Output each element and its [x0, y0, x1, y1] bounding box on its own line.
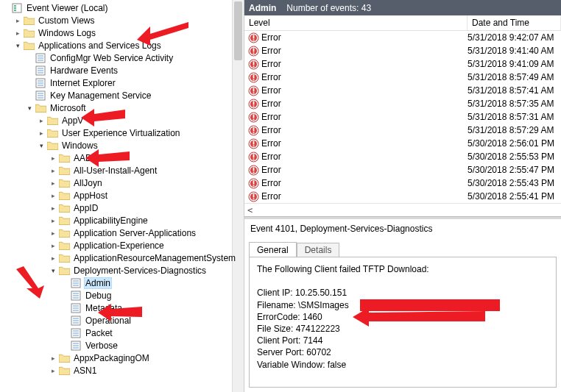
event-row[interactable]: Error5/31/2018 9:42:07 AM	[244, 31, 561, 44]
expand-icon[interactable]	[25, 53, 35, 63]
tree-folder-item[interactable]: Application-Experience	[1, 239, 244, 252]
event-row[interactable]: Error5/31/2018 9:41:40 AM	[244, 44, 561, 57]
expand-icon[interactable]	[49, 253, 58, 263]
expand-icon[interactable]	[49, 215, 58, 225]
tree-folder-item[interactable]: ASN1	[1, 364, 244, 377]
tab-general[interactable]: General	[249, 242, 297, 257]
expand-icon[interactable]	[60, 278, 70, 288]
detail-title: Event 4101, Deployment-Services-Diagnost…	[244, 219, 561, 238]
tree-windows-logs[interactable]: Windows Logs	[1, 26, 244, 39]
tree-label: User Experience Virtualization	[60, 128, 182, 138]
expand-icon[interactable]	[49, 266, 58, 275]
event-row[interactable]: Error5/30/2018 2:55:43 PM	[244, 177, 561, 190]
expand-icon[interactable]	[25, 90, 35, 100]
horizontal-scroll-left[interactable]: <	[244, 203, 561, 216]
tree-label: Key Management Service	[49, 90, 152, 101]
expand-icon[interactable]	[60, 316, 70, 325]
tree-folder-item[interactable]: Application Server-Applications	[1, 227, 244, 239]
event-date: 5/31/2018 8:57:41 AM	[468, 85, 561, 96]
expand-icon[interactable]	[13, 40, 23, 50]
tree-label: Metadata	[84, 303, 124, 313]
tree-microsoft[interactable]: Microsoft	[1, 101, 244, 114]
expand-icon[interactable]	[49, 353, 58, 363]
svg-rect-83	[253, 140, 254, 144]
tree-root[interactable]: Event Viewer (Local)	[1, 1, 244, 14]
svg-rect-0	[13, 4, 21, 13]
expand-icon[interactable]	[13, 15, 23, 25]
tree-apps-services[interactable]: Applications and Services Logs	[1, 39, 244, 51]
tree-log-item[interactable]: Key Management Service	[1, 89, 244, 101]
expand-icon[interactable]	[49, 165, 58, 175]
event-level: Error	[261, 152, 468, 162]
folder-icon	[58, 227, 70, 239]
event-row[interactable]: Error5/30/2018 2:55:53 PM	[244, 150, 561, 163]
tree-label: AAD	[72, 153, 94, 163]
expand-icon[interactable]	[25, 103, 35, 113]
expand-icon[interactable]	[60, 303, 70, 313]
event-row[interactable]: Error5/30/2018 2:55:47 PM	[244, 163, 561, 177]
expand-icon[interactable]	[60, 341, 70, 350]
col-date[interactable]: Date and Time	[468, 15, 561, 30]
tree-log-item[interactable]: ConfigMgr Web Service Activity	[1, 51, 244, 64]
tree-folder-item[interactable]: AppHost	[1, 189, 244, 202]
expand-icon[interactable]	[37, 140, 46, 150]
tree-log-item[interactable]: Packet	[1, 327, 244, 339]
event-date: 5/30/2018 2:55:41 PM	[468, 191, 561, 202]
tree-log-item[interactable]: Internet Explorer	[1, 76, 244, 89]
tree-folder-item[interactable]: User Experience Virtualization	[1, 126, 244, 139]
event-row[interactable]: Error5/31/2018 8:57:29 AM	[244, 124, 561, 137]
tree-log-item[interactable]: Verbose	[1, 339, 244, 352]
folder-icon	[58, 152, 70, 164]
tree-label: ApplicabilityEngine	[72, 215, 149, 226]
svg-rect-3	[14, 10, 16, 11]
tree-label: Admin	[84, 277, 112, 289]
tree-log-item[interactable]: Admin	[1, 277, 244, 289]
expand-icon[interactable]	[1, 3, 11, 13]
expand-icon[interactable]	[49, 366, 58, 375]
expand-icon[interactable]	[49, 190, 58, 200]
expand-icon[interactable]	[49, 228, 58, 238]
tree-log-item[interactable]: Hardware Events	[1, 64, 244, 76]
tree-folder-item[interactable]: AAD	[1, 152, 244, 164]
tree-label: ASN1	[72, 366, 98, 376]
tree-folder-item[interactable]: AppV	[1, 114, 244, 126]
expand-icon[interactable]	[25, 78, 35, 88]
expand-icon[interactable]	[37, 128, 46, 138]
expand-icon[interactable]	[25, 65, 35, 75]
error-icon	[247, 164, 259, 176]
table-header[interactable]: Level Date and Time	[244, 15, 561, 31]
event-row[interactable]: Error5/30/2018 2:56:01 PM	[244, 137, 561, 150]
tree-folder-item[interactable]: ApplicationResourceManagementSystem	[1, 252, 244, 264]
event-row[interactable]: Error5/31/2018 8:57:41 AM	[244, 84, 561, 97]
expand-icon[interactable]	[37, 115, 46, 125]
event-row[interactable]: Error5/31/2018 8:57:49 AM	[244, 71, 561, 84]
event-row[interactable]: Error5/31/2018 8:57:35 AM	[244, 97, 561, 110]
expand-icon[interactable]	[49, 153, 58, 163]
tree-label: Event Viewer (Local)	[25, 3, 110, 13]
tab-details[interactable]: Details	[297, 243, 340, 258]
expand-icon[interactable]	[60, 291, 70, 300]
event-row[interactable]: Error5/31/2018 8:57:31 AM	[244, 110, 561, 124]
event-row[interactable]: Error5/30/2018 2:55:41 PM	[244, 190, 561, 203]
expand-icon[interactable]	[49, 203, 58, 213]
expand-icon[interactable]	[49, 178, 58, 188]
tree-folder-item[interactable]: AllJoyn	[1, 177, 244, 189]
event-row[interactable]: Error5/31/2018 9:41:09 AM	[244, 57, 561, 71]
tree-folder-item[interactable]: All-User-Install-Agent	[1, 164, 244, 177]
event-date: 5/30/2018 2:55:53 PM	[468, 152, 561, 162]
error-icon	[247, 177, 259, 189]
tree-folder-item[interactable]: AppxPackagingOM	[1, 352, 244, 364]
expand-icon[interactable]	[13, 28, 23, 38]
expand-icon[interactable]	[60, 328, 70, 338]
expand-icon[interactable]	[49, 240, 58, 250]
tree-dsd[interactable]: Deployment-Services-Diagnostics	[1, 264, 244, 277]
tree-custom-views[interactable]: Custom Views	[1, 14, 244, 26]
tree-log-item[interactable]: Debug	[1, 289, 244, 302]
tree-folder-item[interactable]: ApplicabilityEngine	[1, 214, 244, 227]
col-level[interactable]: Level	[244, 15, 468, 30]
tree-log-item[interactable]: Metadata	[1, 302, 244, 314]
event-level: Error	[261, 112, 468, 122]
tree-folder-item[interactable]: AppID	[1, 202, 244, 214]
tree-windows[interactable]: Windows	[1, 139, 244, 152]
tree-log-item[interactable]: Operational	[1, 314, 244, 327]
